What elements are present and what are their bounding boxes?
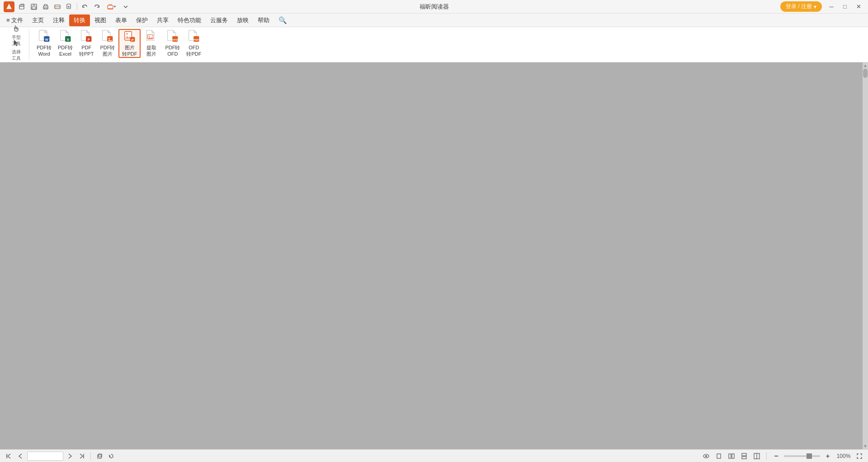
zoom-in-button[interactable]: +	[823, 451, 833, 461]
scroll-up-button[interactable]: ▲	[863, 62, 868, 69]
prev-page-button[interactable]	[15, 451, 25, 461]
app-title: 福昕阅读器	[420, 3, 449, 11]
pdf-to-word-icon: W	[38, 30, 51, 44]
pdf-to-ofd-button[interactable]: OFD PDF转OFD	[162, 29, 183, 58]
ribbon-tool-buttons: 手型 工具 选择 工具	[7, 29, 25, 60]
menu-item-help[interactable]: 帮助	[253, 14, 274, 26]
pdf-to-ppt-icon: P	[80, 30, 93, 44]
menu-item-convert[interactable]: 转换	[69, 14, 90, 26]
menu-item-search[interactable]: 🔍	[274, 14, 292, 26]
ofd-to-pdf-button[interactable]: PDF OFD转PDF	[184, 29, 204, 58]
svg-text:X: X	[66, 38, 69, 42]
extract-image-button[interactable]: 提取图片	[142, 29, 161, 58]
pdf-to-excel-button[interactable]: X PDF转Excel	[55, 29, 75, 58]
pdf-to-image-label: PDF转图片	[100, 45, 115, 57]
menu-item-special[interactable]: 特色功能	[173, 14, 206, 26]
menu-item-home[interactable]: 主页	[28, 14, 48, 26]
statusbar-divider1	[90, 452, 91, 460]
scan-button[interactable]	[52, 2, 62, 12]
pdf-to-word-button[interactable]: W PDF转Word	[34, 29, 54, 58]
status-bar-right: − + 100%	[701, 451, 864, 461]
zoom-out-button[interactable]: −	[771, 451, 781, 461]
view-mode-scroll-button[interactable]	[739, 451, 749, 461]
new-file-button[interactable]	[64, 2, 74, 12]
toolbar-tools: ▾	[17, 2, 131, 12]
zoom-slider-thumb[interactable]	[807, 453, 812, 459]
copy-page-button[interactable]	[94, 451, 104, 461]
fullscreen-button[interactable]	[854, 451, 864, 461]
statusbar-divider2	[766, 452, 767, 460]
quick-access-dropdown-button[interactable]	[121, 2, 131, 12]
rotate-button[interactable]	[106, 451, 116, 461]
title-bar-left: ▾	[4, 1, 131, 12]
minimize-button[interactable]: ─	[826, 2, 837, 12]
ribbon-group-convert: W PDF转Word X PDF转Excel	[30, 29, 208, 60]
menu-bar: ≡ 文件 主页 注释 转换 视图 表单 保护 共享 特色功能 云服务 放映 帮助…	[0, 14, 868, 27]
svg-text:OFD: OFD	[172, 38, 178, 41]
menu-item-cloud[interactable]: 云服务	[206, 14, 232, 26]
svg-text:W: W	[45, 38, 48, 42]
menu-item-play[interactable]: 放映	[232, 14, 253, 26]
undo-button[interactable]	[80, 2, 90, 12]
view-mode-single-button[interactable]	[714, 451, 724, 461]
ribbon: 手型 工具 选择 工具	[0, 27, 868, 62]
save-button[interactable]	[29, 2, 39, 12]
first-page-button[interactable]	[4, 451, 14, 461]
pdf-to-ppt-button[interactable]: P PDF转PPT	[76, 29, 96, 58]
svg-point-25	[149, 36, 150, 37]
ribbon-convert-buttons: W PDF转Word X PDF转Excel	[34, 29, 204, 60]
extract-image-icon	[145, 30, 158, 44]
menu-item-annotate[interactable]: 注释	[48, 14, 69, 26]
ofd-to-pdf-icon: PDF	[188, 30, 200, 44]
svg-rect-37	[729, 454, 731, 458]
svg-rect-36	[717, 454, 721, 458]
pdf-to-image-button[interactable]: PDF转图片	[97, 29, 118, 58]
zoom-slider[interactable]	[784, 455, 820, 457]
select-icon	[12, 39, 20, 49]
menu-item-share[interactable]: 共享	[152, 14, 173, 26]
zoom-value: 100%	[835, 453, 852, 459]
pdf-to-image-icon	[101, 30, 114, 44]
stamp-button[interactable]: ▾	[104, 2, 119, 12]
maximize-button[interactable]: □	[839, 2, 851, 12]
app-logo	[4, 1, 14, 12]
view-mode-split-button[interactable]	[752, 451, 762, 461]
redo-button[interactable]	[92, 2, 102, 12]
pdf-to-excel-icon: X	[59, 30, 72, 44]
scroll-thumb[interactable]	[863, 69, 868, 78]
svg-point-21	[126, 33, 128, 35]
print-button[interactable]	[41, 2, 51, 12]
next-page-button[interactable]	[65, 451, 75, 461]
vertical-scrollbar[interactable]: ▲ ▼	[863, 62, 868, 449]
svg-rect-3	[32, 7, 36, 9]
pdf-to-excel-label: PDF转Excel	[58, 45, 73, 57]
view-mode-eye-button[interactable]	[701, 451, 711, 461]
pdf-to-ofd-label: PDF转OFD	[165, 45, 180, 57]
svg-rect-39	[742, 453, 746, 456]
login-button[interactable]: 登录 / 注册 ▾	[780, 1, 822, 12]
pdf-to-ppt-label: PDF转PPT	[79, 45, 94, 57]
content-area: ▲ ▼	[0, 62, 868, 449]
image-to-pdf-button[interactable]: P 图片转PDF	[118, 29, 141, 58]
menu-item-table[interactable]: 表单	[111, 14, 132, 26]
select-tool-button[interactable]: 选择 工具	[7, 43, 25, 57]
open-file-button[interactable]	[17, 2, 27, 12]
last-page-button[interactable]	[77, 451, 87, 461]
menu-item-protect[interactable]: 保护	[132, 14, 152, 26]
close-button[interactable]: ✕	[853, 2, 864, 12]
hand-icon	[12, 24, 20, 34]
extract-image-label: 提取图片	[146, 45, 156, 57]
title-bar: ▾ 福昕阅读器 登录 / 注册 ▾ ─ □ ✕	[0, 0, 868, 14]
status-bar-nav	[4, 451, 116, 461]
title-bar-right: 登录 / 注册 ▾ ─ □ ✕	[780, 1, 864, 12]
svg-rect-38	[732, 454, 734, 458]
svg-point-35	[705, 455, 707, 457]
scroll-down-button[interactable]: ▼	[863, 443, 868, 449]
svg-rect-9	[108, 5, 113, 9]
menu-item-view[interactable]: 视图	[90, 14, 111, 26]
svg-rect-5	[44, 7, 47, 9]
view-mode-double-button[interactable]	[726, 451, 736, 461]
select-label: 选择	[12, 49, 21, 55]
page-number-input[interactable]	[27, 452, 63, 461]
svg-point-19	[108, 38, 110, 40]
